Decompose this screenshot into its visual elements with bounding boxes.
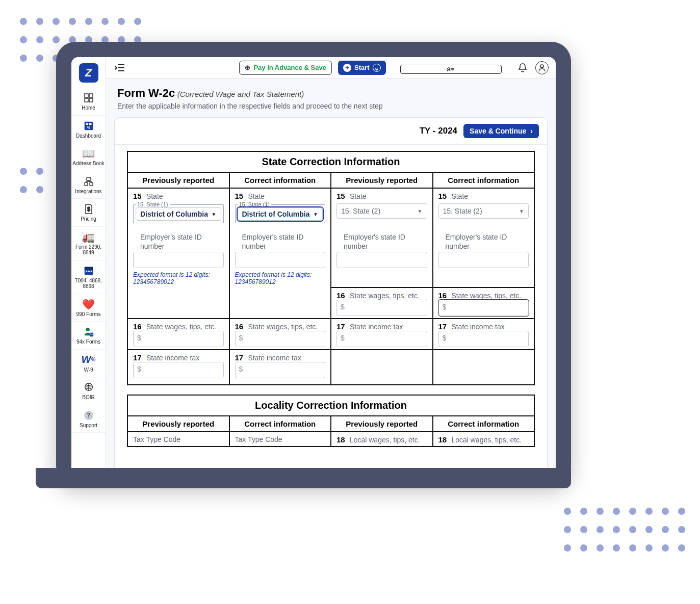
state-correction-table: Previously reported Correct information …	[127, 172, 535, 385]
sidebar-item-integrations[interactable]: Integrations	[71, 171, 106, 199]
box-number: 15	[133, 192, 144, 200]
main-area: ⊕ Pay in Advance & Save + Start ⌄	[106, 57, 556, 485]
sidebar-item-990[interactable]: ❤️ 990 Forms	[71, 294, 106, 322]
dashboard-icon: %	[72, 120, 105, 132]
hearts-icon: ❤️	[72, 298, 105, 310]
format-hint: Expected format is 12 digits: 1234567890…	[235, 271, 326, 285]
caret-down-icon: ▼	[313, 212, 318, 217]
svg-text:$: $	[87, 206, 90, 212]
employer-id-prev-1-input[interactable]	[133, 252, 224, 268]
calendar-icon	[72, 265, 105, 277]
app-logo[interactable]: Z	[79, 63, 98, 83]
locality-correction-table: Previously reported Correct information …	[127, 415, 535, 447]
svg-point-17	[86, 328, 89, 331]
state2-prev-select[interactable]: 15. State (2) ▼	[336, 203, 427, 219]
svg-rect-14	[86, 271, 87, 272]
page-title: Form W-2c	[117, 87, 175, 99]
save-continue-button[interactable]: Save & Continue ›	[463, 124, 539, 138]
sidebar-item-7004[interactable]: 7004, 4868, 8868	[71, 260, 106, 294]
page-description: Enter the applicable information in the …	[117, 102, 545, 110]
employer-id-correct-1-input[interactable]	[235, 252, 326, 268]
bell-icon[interactable]	[516, 61, 529, 74]
integrations-icon	[72, 175, 105, 188]
sidebar-item-support[interactable]: ? Support	[71, 405, 106, 433]
collapse-sidebar-icon[interactable]	[113, 61, 126, 74]
state1-fieldset: 15. State (1) District of Columbia ▼	[133, 201, 224, 223]
box-number: 17	[133, 353, 144, 362]
start-button[interactable]: + Start ⌄	[338, 61, 386, 75]
sidebar-item-boir[interactable]: BOIR	[71, 377, 106, 405]
col-header: Correct information	[433, 172, 535, 188]
section-title-state: State Correction Information	[127, 151, 535, 172]
box-number: 16	[133, 322, 144, 331]
box-number: 16	[235, 322, 246, 331]
device-base	[36, 468, 571, 488]
user-avatar[interactable]	[535, 61, 549, 74]
sidebar-item-label: 990 Forms	[72, 311, 105, 318]
col-header: Correct information	[433, 416, 535, 432]
sidebar-item-w9[interactable]: W% W-9	[71, 350, 106, 378]
pay-advance-button[interactable]: ⊕ Pay in Advance & Save	[239, 61, 332, 75]
sidebar-item-label: Address Book	[72, 161, 105, 167]
form-scroll-area[interactable]: State Correction Information Previously …	[115, 145, 547, 453]
box-label: Local wages, tips, etc.	[350, 436, 420, 444]
sidebar-item-pricing[interactable]: $ Pricing	[71, 199, 106, 227]
state-wages-correct-1-input[interactable]	[235, 331, 326, 347]
sidebar-item-form2290[interactable]: 🚛 Form 2290, 8849	[71, 227, 106, 260]
device-frame: Z Home % Dashboard 📖 Address Book	[56, 42, 571, 485]
sidebar-item-dashboard[interactable]: % Dashboard	[71, 116, 106, 144]
state-tax-prev-1-input[interactable]	[133, 362, 224, 378]
sidebar-item-94x[interactable]: % 94x Forms	[71, 322, 106, 350]
state1-correct-select[interactable]: District of Columbia ▼	[238, 207, 323, 221]
box-label: State wages, tips, etc.	[146, 323, 216, 331]
box-label: State wages, tips, etc.	[350, 292, 420, 300]
state-wages-prev-1-input[interactable]	[133, 331, 224, 347]
box-number: 16	[438, 291, 450, 300]
sidebar-item-address-book[interactable]: 📖 Address Book	[71, 143, 106, 171]
select-value: District of Columbia	[242, 210, 310, 218]
form-card: TY - 2024 Save & Continue › State Correc…	[114, 117, 548, 485]
select-placeholder: 15. State (2)	[341, 207, 380, 215]
svg-text:?: ?	[87, 412, 90, 419]
box-label: Local wages, tips, etc.	[451, 436, 522, 444]
col-header: Previously reported	[331, 172, 433, 188]
sidebar: Z Home % Dashboard 📖 Address Book	[71, 57, 106, 485]
tax-type-label: Tax Type Code	[235, 435, 282, 443]
col-header: Correct information	[229, 416, 331, 432]
chevron-right-icon: ›	[530, 127, 533, 135]
sidebar-item-home[interactable]: Home	[71, 88, 106, 116]
box-label: State income tax	[146, 354, 199, 362]
employer-id-prev-2-input[interactable]	[336, 252, 427, 268]
home-icon	[72, 92, 105, 104]
globe-icon	[72, 381, 105, 393]
button-label: Pay in Advance & Save	[253, 64, 326, 71]
app-window: Z Home % Dashboard 📖 Address Book	[71, 57, 556, 485]
plus-icon: +	[343, 64, 351, 72]
state1-prev-select[interactable]: District of Columbia ▼	[136, 207, 221, 221]
sidebar-item-label: 94x Forms	[72, 339, 105, 345]
box-label: State	[451, 192, 468, 200]
box-label: State income tax	[350, 323, 403, 331]
sidebar-item-label: Home	[72, 105, 105, 111]
page-header: Form W-2c (Corrected Wage and Tax Statem…	[106, 78, 556, 114]
state-wages-prev-2-input[interactable]	[336, 300, 427, 316]
svg-rect-10	[90, 182, 93, 186]
svg-rect-16	[90, 271, 92, 272]
state-wages-correct-2-input[interactable]	[438, 300, 529, 316]
id-card-icon[interactable]	[400, 65, 502, 74]
state2-correct-select[interactable]: 15. State (2) ▼	[438, 203, 529, 219]
state-tax-correct-1-input[interactable]	[235, 362, 326, 378]
svg-rect-9	[85, 182, 88, 186]
box-number: 16	[336, 291, 348, 300]
state1-legend: 15. State (1)	[238, 201, 272, 207]
box-number: 17	[235, 353, 246, 362]
button-label: Save & Continue	[470, 127, 526, 135]
svg-rect-13	[84, 267, 93, 269]
box-label: State wages, tips, etc.	[248, 323, 318, 331]
caret-down-icon: ▼	[418, 208, 423, 214]
box-label: State income tax	[248, 354, 301, 362]
state-tax-correct-2-input[interactable]	[438, 331, 529, 347]
state-tax-prev-2-input[interactable]	[336, 331, 427, 347]
svg-rect-0	[85, 94, 88, 97]
employer-id-correct-2-input[interactable]	[438, 252, 529, 268]
